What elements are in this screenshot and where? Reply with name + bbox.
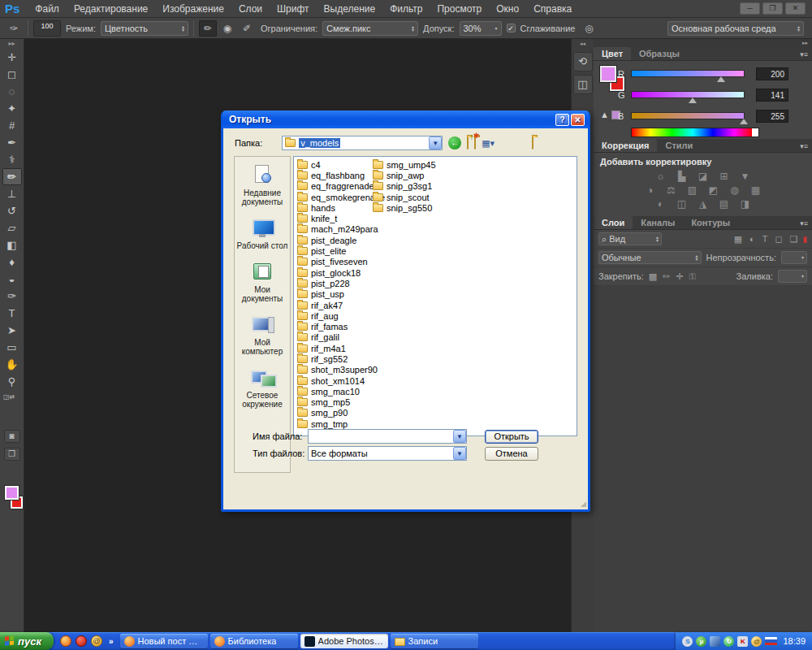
folder-item[interactable]: pist_glock18 [297, 267, 385, 278]
tolerance-input[interactable]: 30%▾ [460, 21, 502, 36]
tool-button[interactable]: ✛ [2, 49, 22, 66]
folder-item[interactable]: rif_famas [297, 321, 385, 332]
folder-item[interactable]: hands [297, 202, 385, 213]
menu-item[interactable]: Справка [526, 0, 579, 18]
adjustment-icon[interactable]: ◮ [697, 198, 710, 210]
tool-button[interactable]: ➤ [2, 322, 22, 339]
tool-button[interactable]: ⚲ [2, 373, 22, 390]
tab-paths[interactable]: Контуры [683, 216, 738, 229]
place-item[interactable]: Мой компьютер [235, 314, 289, 356]
channel-slider-thumb[interactable] [740, 119, 748, 124]
quick-launch-icon[interactable] [76, 635, 87, 647]
open-button[interactable]: Открыть [485, 430, 538, 444]
task-button[interactable]: Новый пост — UnSai... [120, 634, 208, 648]
resize-grip[interactable]: ◢ [581, 500, 586, 508]
tray-icon[interactable] [765, 637, 777, 645]
task-button[interactable]: Adobe Photoshop CS6 [300, 634, 388, 648]
collapse-toolbar-icon[interactable]: ▸▸ [0, 39, 24, 49]
airbrush-icon[interactable]: ◎ [580, 20, 598, 37]
folder-item[interactable]: eq_flashbang [297, 170, 385, 180]
foreground-color-swatch[interactable] [5, 486, 19, 500]
help-button[interactable]: ? [555, 114, 569, 126]
adjustment-icon[interactable]: ⊞ [718, 171, 731, 182]
tool-button[interactable]: ◻ [2, 66, 22, 83]
tool-button[interactable]: ▱ [2, 219, 22, 236]
folder-item[interactable]: shot_xm1014 [297, 375, 385, 386]
menu-item[interactable]: Изображение [155, 0, 231, 18]
filename-input[interactable]: ▼ [308, 429, 467, 444]
dock-panel-button[interactable]: ⟲ [573, 52, 593, 72]
folder-item[interactable]: rif_aug [297, 310, 385, 321]
menu-item[interactable]: Просмотр [430, 0, 489, 18]
tool-button[interactable]: ▭ [2, 339, 22, 356]
tool-button[interactable]: ⊥ [2, 185, 22, 202]
channel-slider-thumb[interactable] [689, 98, 697, 103]
filter-type-icon[interactable]: ◻ [775, 234, 782, 245]
adjustment-icon[interactable]: ⚖ [665, 184, 678, 196]
tray-icon[interactable]: S [682, 636, 693, 647]
folder-item[interactable]: c4 [297, 159, 385, 170]
menu-item[interactable]: Окно [489, 0, 526, 18]
tool-button[interactable]: ✒ [2, 134, 22, 151]
adjustment-icon[interactable]: ☼ [654, 171, 667, 182]
tray-icon[interactable] [710, 636, 720, 647]
sampling-button[interactable]: ✏ [199, 20, 217, 37]
screen-mode-button[interactable]: ❐ [4, 448, 20, 461]
start-button[interactable]: пуск [0, 632, 54, 650]
folder-item[interactable]: smg_mp5 [297, 397, 385, 408]
folder-item[interactable]: rif_m4a1 [297, 343, 385, 353]
limits-select[interactable]: Смеж.пикс▴▾ [322, 21, 418, 36]
filter-toggle[interactable]: ▮ [802, 235, 807, 244]
adjustment-icon[interactable]: ▦ [749, 184, 762, 196]
tab-swatches[interactable]: Образцы [631, 47, 688, 60]
layers-list-empty[interactable] [594, 286, 812, 640]
filter-type-icon[interactable]: ◐ [749, 234, 755, 245]
adjustment-icon[interactable]: ▧ [686, 184, 699, 196]
place-item[interactable]: Сетевое окружение [235, 367, 289, 409]
menu-item[interactable]: Фильтр [382, 0, 430, 18]
folder-item[interactable]: snip_sg550 [373, 202, 436, 213]
tool-button[interactable]: ✋ [2, 356, 22, 373]
folder-item[interactable]: rif_ak47 [297, 300, 385, 310]
expand-dock-icon[interactable]: ▸▸ [594, 39, 812, 47]
tool-button[interactable]: ✑ [2, 288, 22, 305]
filetype-select[interactable]: Все форматы▼ [308, 446, 467, 461]
adjustment-icon[interactable]: ◩ [707, 184, 720, 196]
swap-colors-icon[interactable]: ◲⇄ [3, 393, 16, 401]
cancel-button[interactable]: Отмена [485, 447, 538, 461]
window-control-button[interactable]: ❐ [762, 2, 783, 15]
panel-menu-icon[interactable]: ▾≡ [800, 142, 808, 150]
channel-slider-track[interactable] [631, 91, 745, 98]
tab-channels[interactable]: Каналы [633, 216, 683, 229]
tray-icon[interactable]: K [737, 636, 748, 647]
folder-item[interactable]: snip_awp [373, 170, 436, 180]
lock-icon[interactable]: ✛ [676, 271, 683, 282]
place-item[interactable]: Мои документы [235, 262, 289, 303]
chevron-more-icon[interactable]: » [109, 637, 114, 646]
tray-icon[interactable]: ↻ [723, 636, 734, 647]
folder-item[interactable]: eq_smokegrenade [297, 192, 385, 202]
folder-item[interactable]: shot_m3super90 [297, 365, 385, 375]
channel-slider-track[interactable] [631, 112, 745, 119]
menu-item[interactable]: Слои [231, 0, 270, 18]
dialog-titlebar[interactable]: Открыть ? ✕ [222, 110, 589, 128]
tray-icon[interactable]: @ [751, 636, 762, 647]
folder-options-button[interactable] [532, 137, 533, 149]
channel-value-input[interactable]: 141 [756, 89, 788, 102]
layer-filter-select[interactable]: ⌕Вид▴▾ [598, 232, 662, 245]
panel-menu-icon[interactable]: ▾≡ [800, 50, 808, 58]
menu-item[interactable]: Файл [28, 0, 67, 18]
views-button[interactable]: ▦▾ [482, 138, 495, 149]
folder-item[interactable]: eq_fraggrenade [297, 181, 385, 192]
tool-button[interactable]: # [2, 117, 22, 134]
workspace-select[interactable]: Основная рабочая среда▴▾ [667, 21, 804, 36]
folder-item[interactable]: rif_galil [297, 332, 385, 343]
folder-item[interactable]: pist_deagle [297, 235, 385, 245]
tray-icon[interactable]: µ [696, 636, 706, 647]
task-button[interactable]: Библиотека [210, 634, 298, 648]
adjustment-icon[interactable]: ◨ [739, 198, 752, 210]
dock-panel-button[interactable]: ◫ [573, 75, 593, 94]
folder-item[interactable]: mach_m249para [297, 224, 385, 235]
mode-select[interactable]: Цветность▴▾ [101, 21, 188, 36]
foreground-color-swatch[interactable] [600, 66, 616, 82]
